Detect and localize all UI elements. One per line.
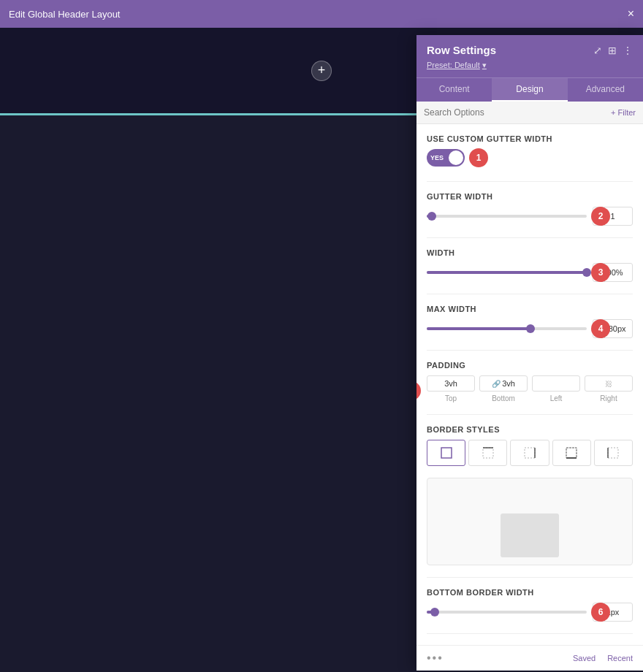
step-badge-5: 5 [416,381,421,400]
panel-header: Row Settings ⤢ ⊞ ⋮ Preset: Default ▾ [416,35,643,77]
tab-design[interactable]: Design [492,78,567,102]
color-swatch-preview [501,513,559,557]
padding-left-label: Left [532,394,580,402]
row-settings-panel: Row Settings ⤢ ⊞ ⋮ Preset: Default ▾ Con… [416,35,643,671]
panel-title: Row Settings [427,44,496,56]
footer-dots[interactable]: ••• [427,652,444,665]
bottom-border-width-slider[interactable] [427,611,587,614]
panel-footer: ••• Saved Recent [416,645,643,671]
bottom-border-width-slider-wrapper: 6 [427,611,587,614]
toggle-yes-label: YES [430,154,444,161]
toggle-knob [449,150,463,165]
svg-rect-7 [608,448,618,458]
svg-rect-0 [441,448,452,458]
step-badge-6: 6 [591,603,610,622]
width-slider[interactable] [427,271,587,274]
padding-bottom-label: Bottom [479,394,528,402]
max-width-label: Max Width [427,305,633,313]
border-right-btn[interactable] [510,440,549,466]
footer-links: Saved Recent [573,654,633,663]
padding-label: Padding [427,361,633,370]
expand-icon[interactable]: ⤢ [593,45,602,56]
step-badge-1: 1 [469,148,488,167]
gutter-width-slider[interactable] [427,215,587,218]
gutter-width-label: Gutter Width [427,192,633,201]
more-icon[interactable]: ⋮ [623,45,633,56]
width-fill [427,271,587,274]
border-styles-row: Border Styles [427,425,633,466]
border-styles-label: Border Styles [427,425,633,434]
bottom-border-width-label: Bottom Border Width [427,588,633,597]
use-custom-gutter-label: Use Custom Gutter Width [427,134,633,143]
add-row-button[interactable]: + [311,61,332,81]
padding-link-icon: ⛓ [605,380,612,388]
max-width-slider[interactable] [427,327,587,330]
padding-right-input[interactable]: ⛓ [585,375,633,392]
border-top-btn[interactable] [468,440,507,466]
padding-row: Padding 5 3vh 🔗 3vh [427,361,633,402]
panel-body: Use Custom Gutter Width YES 1 Gutter Wid… [416,124,643,645]
title-bar-text: Edit Global Header Layout [9,9,120,20]
close-button[interactable]: × [628,8,634,20]
padding-right-label: Right [585,394,633,402]
panel-header-icons: ⤢ ⊞ ⋮ [593,45,633,56]
padding-left-input[interactable] [532,375,580,392]
tab-advanced[interactable]: Advanced [568,78,643,102]
border-styles-grid [427,440,633,466]
svg-rect-3 [525,448,535,458]
max-width-fill [427,327,530,330]
color-picker-area [427,478,633,565]
width-thumb[interactable] [582,268,591,277]
step-badge-2: 2 [591,207,610,226]
step-badge-4: 4 [591,319,610,338]
search-input[interactable] [424,107,606,118]
gutter-width-toggle-row: Use Custom Gutter Width YES 1 [427,134,633,169]
recent-link[interactable]: Recent [607,654,633,663]
gutter-width-thumb[interactable] [427,212,436,221]
bottom-border-width-row: Bottom Border Width 6 1px [427,588,633,622]
editor-area: Edit Global Header Layout × + Row Settin… [0,0,643,672]
border-bottom-btn[interactable] [552,440,591,466]
title-bar: Edit Global Header Layout × [0,0,643,28]
padding-bottom-input[interactable]: 🔗 3vh [479,375,528,392]
max-width-thumb[interactable] [526,324,535,333]
link-icon: 🔗 [492,380,501,388]
width-row: Width 3 100% [427,248,633,282]
svg-rect-5 [566,448,577,458]
border-left-btn[interactable] [594,440,633,466]
padding-top-input[interactable]: 3vh [427,375,475,392]
panel-preset: Preset: Default ▾ [427,61,633,70]
gutter-width-slider-wrapper: 2 [427,215,587,218]
tab-content[interactable]: Content [416,78,492,102]
panel-tabs: Content Design Advanced [416,77,643,102]
border-all-btn[interactable] [427,440,465,466]
padding-top-label: Top [427,394,475,402]
max-width-row: Max Width 4 1280px [427,305,633,338]
bottom-border-width-thumb[interactable] [430,608,439,616]
svg-rect-1 [483,448,493,458]
custom-gutter-toggle[interactable]: YES [427,149,465,167]
columns-icon[interactable]: ⊞ [608,45,617,56]
width-slider-wrapper: 3 [427,271,587,274]
step-badge-3: 3 [591,263,610,282]
saved-link[interactable]: Saved [573,654,596,663]
search-bar: + Filter [416,102,643,124]
filter-button[interactable]: + Filter [611,108,636,117]
gutter-width-row: Gutter Width 2 1 [427,192,633,226]
max-width-slider-wrapper: 4 [427,327,587,330]
width-label: Width [427,248,633,257]
